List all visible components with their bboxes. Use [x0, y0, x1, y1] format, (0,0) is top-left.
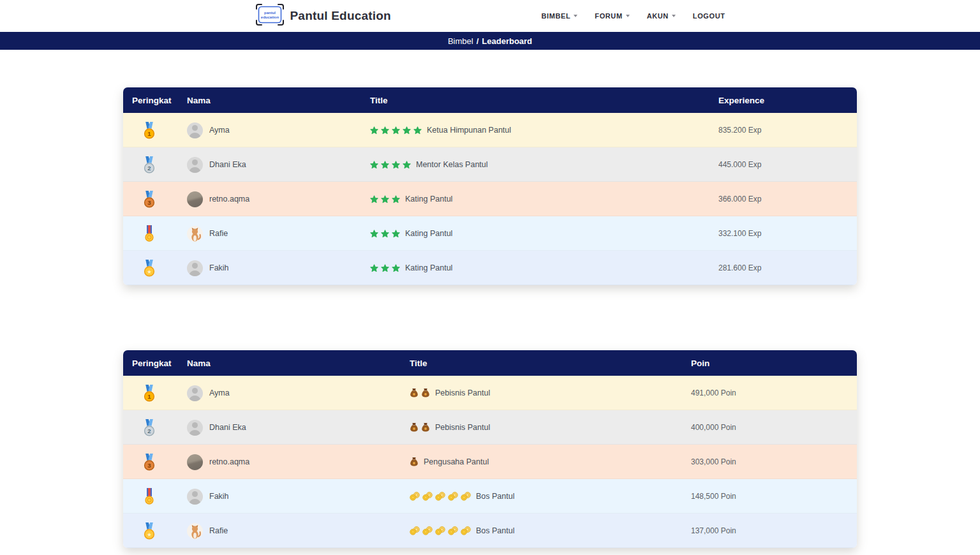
column-header-peringkat: Peringkat	[123, 96, 187, 105]
star-icon	[381, 161, 389, 169]
leaderboard-row: ★Fakih Kating Pantul281.600 Exp	[123, 251, 857, 285]
svg-text:1: 1	[147, 392, 151, 399]
nav-forum[interactable]: FORUM	[595, 12, 629, 20]
rank-cell: 1	[123, 385, 187, 402]
nav-logout[interactable]: LOGOUT	[693, 12, 725, 20]
coin-stack-icon	[422, 526, 433, 535]
first-place-medal-icon: 1	[143, 122, 156, 139]
title-cell: Bos Pantul	[410, 492, 691, 501]
title-icons	[410, 457, 419, 467]
column-header-peringkat: Peringkat	[123, 359, 187, 368]
star-icon	[381, 195, 389, 204]
coin-stack-icon	[410, 492, 420, 501]
military-medal-icon	[143, 488, 156, 505]
star-icon	[370, 161, 378, 169]
title-icons	[370, 264, 400, 272]
star-icon	[403, 161, 411, 169]
column-header-nama: Nama	[187, 96, 370, 105]
title-icons	[370, 161, 411, 169]
generic-avatar	[187, 385, 203, 401]
nav-akun-label: AKUN	[647, 12, 669, 20]
nav-akun[interactable]: AKUN	[647, 12, 676, 20]
leaderboard-row: 3retno.aqma Pengusaha Pantul303,000 Poin	[123, 445, 857, 479]
title-icons	[370, 230, 400, 238]
table-body: 1Ayma Pebisnis Pantul491,000 Poin 2Dhani…	[123, 376, 857, 548]
svg-text:★: ★	[147, 268, 152, 274]
column-header-nama: Nama	[187, 359, 410, 368]
leaderboard-row: ★ Rafie Bos Pantul137,000 Poin	[123, 514, 857, 548]
breadcrumb-link-bimbel[interactable]: Bimbel	[448, 36, 473, 46]
title-cell: Mentor Kelas Pantul	[370, 160, 718, 169]
user-title: Bos Pantul	[476, 526, 514, 535]
column-header-poin: Poin	[691, 359, 857, 368]
star-icon	[392, 195, 400, 204]
name-cell: Dhani Eka	[187, 420, 410, 436]
rank-cell	[123, 225, 187, 242]
brand[interactable]: pantul education Pantul Education	[255, 3, 391, 29]
name-cell: Rafie	[187, 523, 410, 539]
breadcrumb: Bimbel / Leaderboard	[0, 32, 980, 50]
svg-text:2: 2	[147, 427, 151, 434]
star-icon	[381, 264, 389, 272]
nav-forum-label: FORUM	[595, 12, 622, 20]
title-cell: Pebisnis Pantul	[410, 388, 691, 398]
title-icons	[410, 422, 430, 433]
experience-leaderboard-table: Peringkat Nama Title Experience 1Ayma Ke…	[123, 87, 857, 285]
title-cell: Pengusaha Pantul	[410, 457, 691, 467]
rank-cell: 2	[123, 419, 187, 436]
name-cell: retno.aqma	[187, 191, 370, 207]
svg-text:pantul: pantul	[264, 11, 276, 15]
nav-logout-label: LOGOUT	[693, 12, 725, 20]
chevron-down-icon	[672, 15, 676, 17]
name-cell: Ayma	[187, 385, 410, 401]
leaderboard-row: Fakih Bos Pantul148,500 Poin	[123, 479, 857, 514]
money-bag-icon	[410, 457, 419, 467]
poin-leaderboard-table: Peringkat Nama Title Poin 1Ayma Pebisnis…	[123, 350, 857, 548]
photo-avatar	[187, 191, 203, 207]
pantul-education-logo-icon: pantul education	[255, 3, 285, 29]
star-icon	[403, 126, 411, 135]
name-cell: Rafie	[187, 226, 370, 242]
table-header-row: Peringkat Nama Title Experience	[123, 87, 857, 113]
title-cell: Pebisnis Pantul	[410, 422, 691, 433]
table-header-row: Peringkat Nama Title Poin	[123, 350, 857, 376]
second-place-medal-icon: 2	[143, 419, 156, 436]
rank-cell	[123, 488, 187, 505]
second-place-medal-icon: 2	[143, 156, 156, 174]
name-cell: retno.aqma	[187, 454, 410, 470]
experience-value: 281.600 Exp	[718, 263, 857, 272]
title-cell: Kating Pantul	[370, 263, 718, 272]
user-name: Dhani Eka	[209, 423, 246, 432]
top-navbar: pantul education Pantul Education BIMBEL…	[0, 0, 980, 32]
user-title: Pebisnis Pantul	[435, 389, 490, 397]
column-header-experience: Experience	[718, 96, 857, 105]
coin-stack-icon	[422, 492, 433, 501]
svg-text:1: 1	[147, 130, 151, 137]
title-icons	[410, 388, 430, 398]
star-icon	[370, 195, 378, 204]
star-icon	[392, 126, 400, 135]
name-cell: Dhani Eka	[187, 157, 370, 173]
poin-value: 303,000 Poin	[691, 457, 857, 466]
poin-value: 491,000 Poin	[691, 389, 857, 397]
generic-avatar	[187, 157, 203, 173]
nav-bimbel[interactable]: BIMBEL	[542, 12, 578, 20]
user-name: retno.aqma	[209, 195, 249, 204]
poin-value: 137,000 Poin	[691, 526, 857, 535]
breadcrumb-current-leaderboard: Leaderboard	[482, 36, 532, 46]
chevron-down-icon	[574, 15, 577, 17]
star-icon	[392, 161, 400, 169]
star-icon	[413, 126, 422, 135]
svg-text:★: ★	[147, 531, 152, 537]
generic-avatar	[187, 420, 203, 436]
title-cell: Bos Pantul	[410, 526, 691, 535]
star-icon	[392, 230, 400, 238]
user-name: Fakih	[209, 263, 229, 272]
breadcrumb-separator: /	[477, 36, 479, 46]
first-place-medal-icon: 1	[143, 385, 156, 402]
user-title: Pebisnis Pantul	[435, 423, 490, 432]
cat-photo-avatar	[187, 226, 203, 242]
star-icon	[392, 264, 400, 272]
user-name: retno.aqma	[209, 457, 249, 466]
experience-value: 366.000 Exp	[718, 195, 857, 204]
